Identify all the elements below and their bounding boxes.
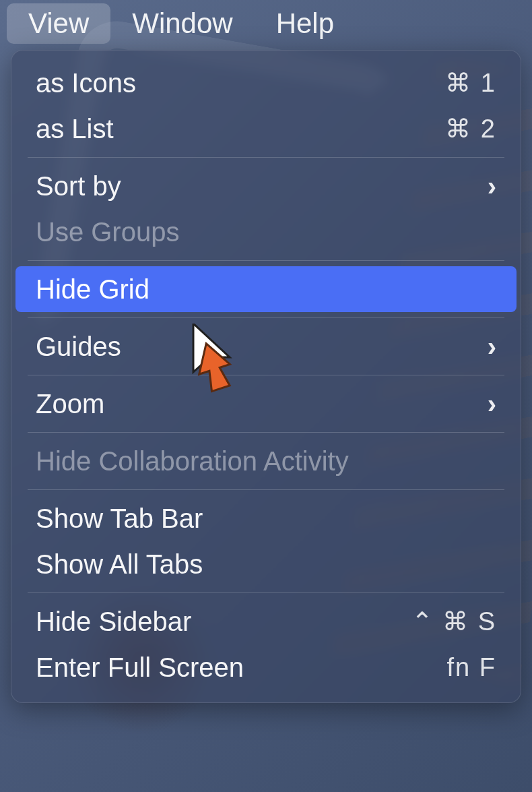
menu-enter-full-screen[interactable]: Enter Full Screen fn F xyxy=(11,644,521,690)
menu-hide-sidebar-label: Hide Sidebar xyxy=(36,607,191,637)
menu-zoom-label: Zoom xyxy=(36,389,104,419)
menu-hide-sidebar[interactable]: Hide Sidebar ⌃ ⌘ S xyxy=(11,599,521,644)
menu-guides-label: Guides xyxy=(36,332,121,362)
menu-separator xyxy=(28,592,504,593)
chevron-right-icon: › xyxy=(488,171,496,202)
menu-hide-grid-label: Hide Grid xyxy=(36,274,149,305)
menu-as-list[interactable]: as List ⌘ 2 xyxy=(11,106,521,152)
menubar-window[interactable]: Window xyxy=(110,3,254,44)
menu-separator xyxy=(28,375,504,375)
menu-separator xyxy=(28,317,504,318)
menu-hide-collaboration-activity: Hide Collaboration Activity xyxy=(11,438,521,484)
menu-show-all-tabs[interactable]: Show All Tabs xyxy=(11,541,521,587)
menu-show-tab-bar-label: Show Tab Bar xyxy=(36,504,203,534)
menu-sort-by[interactable]: Sort by › xyxy=(11,163,521,209)
menu-enter-full-screen-shortcut: fn F xyxy=(447,653,496,682)
menubar: View Window Help xyxy=(0,0,532,47)
menu-as-icons-label: as Icons xyxy=(36,68,136,98)
menu-separator xyxy=(28,489,504,490)
menu-zoom[interactable]: Zoom › xyxy=(11,381,521,427)
menu-hide-collab-label: Hide Collaboration Activity xyxy=(36,446,349,477)
chevron-right-icon: › xyxy=(488,389,496,419)
menu-as-icons-shortcut: ⌘ 1 xyxy=(445,68,496,98)
view-menu-dropdown: as Icons ⌘ 1 as List ⌘ 2 Sort by › Use G… xyxy=(11,50,521,703)
menu-hide-sidebar-shortcut: ⌃ ⌘ S xyxy=(411,607,496,636)
menu-as-list-label: as List xyxy=(36,114,114,144)
menu-show-tab-bar[interactable]: Show Tab Bar xyxy=(11,495,521,541)
menu-sort-by-label: Sort by xyxy=(36,171,121,202)
menu-show-all-tabs-label: Show All Tabs xyxy=(36,549,203,580)
menu-guides[interactable]: Guides › xyxy=(11,324,521,369)
menu-use-groups: Use Groups xyxy=(11,209,521,255)
menu-as-list-shortcut: ⌘ 2 xyxy=(445,114,496,144)
menu-separator xyxy=(28,432,504,433)
menu-enter-full-screen-label: Enter Full Screen xyxy=(36,652,244,683)
menu-use-groups-label: Use Groups xyxy=(36,217,179,247)
menu-separator xyxy=(28,157,504,158)
menu-hide-grid[interactable]: Hide Grid xyxy=(15,266,517,312)
chevron-right-icon: › xyxy=(488,332,496,362)
menubar-view[interactable]: View xyxy=(7,3,110,44)
menubar-help[interactable]: Help xyxy=(255,3,356,44)
menu-as-icons[interactable]: as Icons ⌘ 1 xyxy=(11,60,521,106)
menu-separator xyxy=(28,260,504,261)
